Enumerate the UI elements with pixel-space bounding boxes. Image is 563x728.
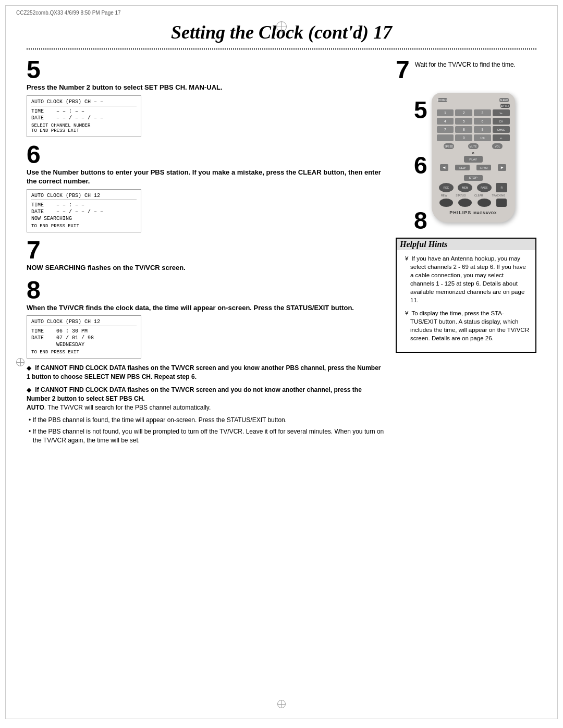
btn-7[interactable]: 7	[437, 126, 454, 133]
left-column: 5 Press the Number 2 button to select SE…	[27, 57, 385, 448]
btn-mute[interactable]: MUTE	[468, 143, 479, 149]
screen-box-2: AUTO CLOCK (PBS) CH 12 TIME – – : – – DA…	[27, 189, 141, 232]
divider	[27, 48, 536, 50]
helpful-hints-title: Helpful Hints	[397, 239, 535, 250]
btn-6[interactable]: 6	[474, 118, 491, 125]
bullet-2: ◆ If CANNOT FIND CLOCK DATA flashes on t…	[27, 386, 385, 412]
step-label-8: 8	[414, 208, 427, 232]
screen-footer-2: TO END PRESS EXIT	[31, 224, 137, 229]
btn-arrow-right[interactable]: ►	[498, 164, 506, 171]
step-8-block: 8 When the TV/VCR finds the clock data, …	[27, 278, 385, 359]
hint-2: ¥ To display the time, press the STA-TUS…	[403, 309, 529, 342]
btn-bottom-1[interactable]	[439, 199, 453, 207]
btn-stop[interactable]: STOP	[464, 175, 483, 181]
btn-change[interactable]: CHNG	[493, 126, 510, 133]
btn-2[interactable]: 2	[455, 109, 472, 116]
right-column: 7 Wait for the TV/VCR to find the time. …	[396, 57, 536, 448]
btn-ffwd[interactable]: F.FWD	[476, 165, 491, 170]
registration-mark-top	[276, 21, 287, 32]
hint-1: ¥ If you have an Antenna hookup, you may…	[403, 254, 529, 305]
step-label-5: 5	[414, 98, 427, 122]
label-clear: CLEAR	[474, 194, 483, 197]
btn-record[interactable]: REC	[439, 183, 454, 192]
right-step-7: 7 Wait for the TV/VCR to find the time.	[396, 57, 536, 82]
small-bullet-1: • If the PBS channel is found, the time …	[27, 416, 385, 425]
btn-speed[interactable]: SPEED	[444, 143, 454, 149]
step-7-title: NOW SEARCHING flashes on the TV/VCR scre…	[27, 264, 385, 273]
btn-passkey[interactable]: PASS	[477, 183, 492, 192]
page: CCZ252comb.QX33 4/6/99 8:50 PM Page 17 S…	[5, 5, 558, 719]
btn-8[interactable]: 8	[455, 126, 472, 133]
alt-clk-btn[interactable]: ALT CLK	[500, 104, 510, 108]
screen-row-time-2: TIME – – : – –	[31, 202, 137, 208]
btn-3[interactable]: 3	[474, 109, 491, 116]
step-8-title: When the TV/VCR finds the clock data, th…	[27, 304, 385, 313]
step-6-block: 6 Use the Number buttons to enter your P…	[27, 142, 385, 232]
registration-mark-bottom	[277, 700, 286, 708]
btn-4[interactable]: 4	[437, 118, 454, 125]
btn-0[interactable]: 0	[455, 134, 472, 141]
btn-5[interactable]: 5	[455, 118, 472, 125]
btn-0-left[interactable]	[437, 134, 454, 141]
btn-volume[interactable]: VOL	[492, 143, 503, 149]
btn-v-up[interactable]: v+	[493, 109, 510, 116]
registration-mark-left	[16, 358, 25, 366]
screen-box-1: AUTO CLOCK (PBS) CH – – TIME – – : – – D…	[27, 95, 141, 137]
label-tracking: TRACKING	[492, 194, 505, 197]
btn-ch[interactable]: CH	[493, 118, 510, 125]
step-7-number: 7	[27, 238, 385, 263]
label-rew: REW	[441, 194, 447, 197]
btn-100[interactable]: 100	[474, 134, 491, 141]
remote-brand: PHILIPS MAGNAVOX	[437, 210, 510, 215]
step-6-title: Use the Number buttons to enter your PBS…	[27, 168, 385, 186]
power-btn[interactable]: POWER	[438, 98, 447, 102]
remote-container: 5 6 8 POWER SLEEP ALT CLK	[396, 93, 536, 232]
helpful-hints-box: Helpful Hints ¥ If you have an Antenna h…	[396, 238, 536, 353]
btn-1[interactable]: 1	[437, 109, 454, 116]
btn-bottom-4[interactable]	[496, 199, 507, 207]
screen-row-date-2: DATE – – / – – / – –	[31, 209, 137, 215]
bullet-1: ◆ If CANNOT FIND CLOCK DATA flashes on t…	[27, 364, 385, 381]
step-6-number: 6	[27, 142, 385, 167]
btn-9[interactable]: 9	[474, 126, 491, 133]
screen-footer-1: SELECT CHANNEL NUMBERTO END PRESS EXIT	[31, 123, 137, 133]
step-8-number: 8	[27, 278, 385, 303]
print-info: CCZ252comb.QX33 4/6/99 8:50 PM Page 17	[16, 10, 121, 16]
screen-footer-3: TO END PRESS EXIT	[31, 350, 137, 355]
btn-rew[interactable]: REW	[455, 165, 470, 170]
step-label-6: 6	[414, 153, 427, 177]
step-5-title: Press the Number 2 button to select SET …	[27, 83, 385, 92]
step-5-number: 5	[27, 57, 385, 82]
indicator: o	[437, 151, 510, 155]
remote-control: POWER SLEEP ALT CLK 1 2 3 v+	[432, 93, 515, 223]
btn-arrow-left[interactable]: ◄	[440, 164, 448, 171]
screen-header-1: AUTO CLOCK (PBS) CH – –	[31, 99, 137, 106]
screen-header-3: AUTO CLOCK (PBS) CH 12	[31, 319, 137, 326]
right-step-7-text: Wait for the TV/VCR to find the time.	[415, 57, 516, 69]
btn-bottom-2[interactable]	[458, 199, 472, 207]
screen-row-weekday: WEDNESDAY	[31, 342, 137, 348]
screen-row-searching: NOW SEARCHING	[31, 216, 137, 221]
screen-row-date-3: DATE 07 / 01 / 98	[31, 335, 137, 341]
content-area: 5 Press the Number 2 button to select SE…	[27, 57, 536, 448]
right-step-7-number: 7	[396, 57, 410, 82]
btn-r[interactable]: R	[496, 183, 507, 192]
btn-memory[interactable]: MEM	[458, 183, 472, 192]
screen-row-date-1: DATE – – / – – / – –	[31, 115, 137, 121]
step-7-block: 7 NOW SEARCHING flashes on the TV/VCR sc…	[27, 238, 385, 273]
screen-box-3: AUTO CLOCK (PBS) CH 12 TIME 06 : 30 PM D…	[27, 315, 141, 359]
btn-v-down[interactable]: v-	[493, 134, 510, 141]
screen-header-2: AUTO CLOCK (PBS) CH 12	[31, 193, 137, 200]
small-bullet-2: • If the PBS channel is not found, you w…	[27, 427, 385, 445]
sleep-btn[interactable]: SLEEP	[499, 98, 509, 102]
screen-row-time-3: TIME 06 : 30 PM	[31, 328, 137, 334]
btn-play[interactable]: PLAY	[464, 156, 483, 163]
btn-bottom-3[interactable]	[478, 199, 491, 207]
step-5-block: 5 Press the Number 2 button to select SE…	[27, 57, 385, 137]
label-status: STATUS	[456, 194, 466, 197]
screen-row-time-1: TIME – – : – –	[31, 108, 137, 114]
